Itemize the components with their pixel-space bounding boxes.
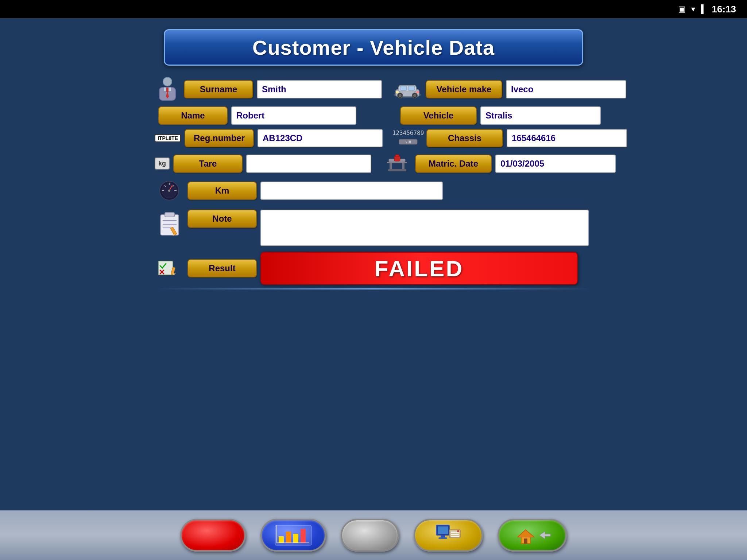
svg-rect-4 [166, 88, 169, 92]
matric-date-section: Matric. Date [382, 152, 616, 175]
battery-icon: ▣ [678, 4, 686, 14]
surname-label[interactable]: Surname [184, 80, 253, 98]
signal-icon: ▌ [701, 4, 707, 14]
surname-input[interactable] [257, 80, 382, 98]
vehicle-make-label[interactable]: Vehicle make [426, 80, 502, 98]
svg-rect-22 [388, 169, 406, 171]
svg-rect-20 [390, 163, 392, 170]
svg-point-13 [413, 94, 416, 97]
checklist-icon-cell [155, 259, 184, 277]
name-label[interactable]: Name [158, 106, 228, 125]
svg-rect-19 [387, 162, 407, 163]
svg-marker-63 [518, 530, 534, 537]
surname-row: Surname [155, 77, 592, 102]
gray-button[interactable] [341, 519, 399, 552]
checklist-icon [156, 259, 182, 277]
svg-text:VIN: VIN [406, 141, 411, 144]
person-icon-cell [155, 77, 180, 102]
divider [155, 288, 592, 289]
plate-icon: ITPL8TE [155, 134, 181, 142]
km-row: Km [155, 180, 592, 202]
svg-rect-56 [438, 537, 447, 539]
chassis-numbers-icon: 123456789 [392, 129, 424, 136]
svg-rect-8 [400, 86, 407, 90]
svg-rect-35 [165, 213, 174, 217]
svg-point-11 [399, 94, 402, 97]
car-icon-cell [393, 79, 422, 100]
svg-rect-60 [451, 536, 459, 537]
reg-number-input[interactable] [258, 129, 383, 147]
svg-rect-47 [279, 536, 284, 543]
weight-icon: kg [155, 158, 170, 170]
person-icon [155, 77, 180, 102]
km-label[interactable]: Km [187, 182, 257, 200]
page-title: Customer - Vehicle Data [252, 36, 495, 59]
chassis-label[interactable]: Chassis [426, 129, 503, 147]
svg-rect-54 [438, 526, 448, 534]
matric-date-label[interactable]: Matric. Date [415, 155, 492, 173]
svg-rect-21 [402, 163, 405, 170]
svg-point-33 [168, 190, 170, 192]
svg-marker-65 [539, 532, 550, 539]
result-row: Result FAILED [155, 252, 592, 285]
matric-date-input[interactable] [495, 155, 616, 173]
chart-button[interactable] [260, 519, 326, 552]
tare-row: kg Tare [155, 152, 592, 175]
svg-rect-64 [524, 538, 527, 544]
home-back-icon [512, 522, 552, 548]
vehicle-label[interactable]: Vehicle [400, 106, 477, 125]
svg-rect-24 [395, 155, 399, 157]
print-button[interactable] [414, 519, 483, 552]
printer-icon [436, 524, 461, 546]
vehicle-make-input[interactable] [506, 80, 626, 98]
svg-rect-50 [301, 529, 306, 543]
clipboard-icon [158, 210, 181, 237]
svg-rect-14 [396, 91, 399, 93]
suspension-icon [385, 152, 409, 175]
vehicle-section: Vehicle [367, 106, 601, 125]
status-time: 16:13 [712, 4, 736, 15]
svg-point-0 [163, 77, 172, 86]
km-input[interactable] [260, 182, 443, 200]
vehicle-input[interactable] [480, 106, 601, 125]
reg-number-label[interactable]: Reg.number [185, 129, 254, 147]
clipboard-icon-cell [155, 210, 184, 237]
svg-point-61 [457, 530, 459, 532]
name-input[interactable] [231, 106, 356, 125]
reg-number-row: ITPL8TE Reg.number 123456789 VIN Chassis [155, 129, 592, 147]
tare-input[interactable] [246, 155, 371, 173]
chassis-input[interactable] [507, 129, 627, 147]
home-button[interactable] [498, 519, 567, 552]
svg-rect-15 [416, 91, 419, 93]
name-row: Name Vehicle [155, 106, 592, 125]
suspension-icon-cell [382, 152, 411, 175]
status-bar: ▣ ▾ ▌ 16:13 [0, 0, 747, 18]
svg-rect-48 [286, 532, 291, 543]
chart-icon [273, 524, 313, 547]
wifi-icon: ▾ [691, 4, 695, 14]
main-content: Customer - Vehicle Data Surname [0, 18, 747, 510]
plate-icon-cell: ITPL8TE [155, 134, 181, 142]
title-banner: Customer - Vehicle Data [164, 29, 583, 66]
speedometer-icon [158, 180, 180, 202]
weight-icon-cell: kg [155, 158, 170, 170]
vin-icon: VIN [397, 136, 419, 147]
svg-rect-49 [293, 534, 298, 543]
svg-rect-59 [451, 534, 459, 535]
result-label[interactable]: Result [187, 259, 257, 277]
svg-rect-55 [441, 535, 445, 537]
red-button[interactable] [180, 519, 246, 552]
chassis-section: 123456789 VIN Chassis [394, 129, 627, 147]
note-label[interactable]: Note [187, 210, 257, 228]
result-value: FAILED [375, 256, 464, 281]
tare-label[interactable]: Tare [173, 155, 243, 173]
speedometer-icon-cell [155, 180, 184, 202]
svg-rect-9 [408, 86, 415, 90]
note-textarea[interactable] [260, 210, 589, 246]
result-display: FAILED [260, 252, 578, 285]
toolbar [0, 510, 747, 560]
vehicle-make-section: Vehicle make [393, 79, 626, 100]
car-icon [393, 79, 422, 100]
note-row: Note [155, 210, 592, 246]
form-area: Surname [155, 77, 592, 289]
